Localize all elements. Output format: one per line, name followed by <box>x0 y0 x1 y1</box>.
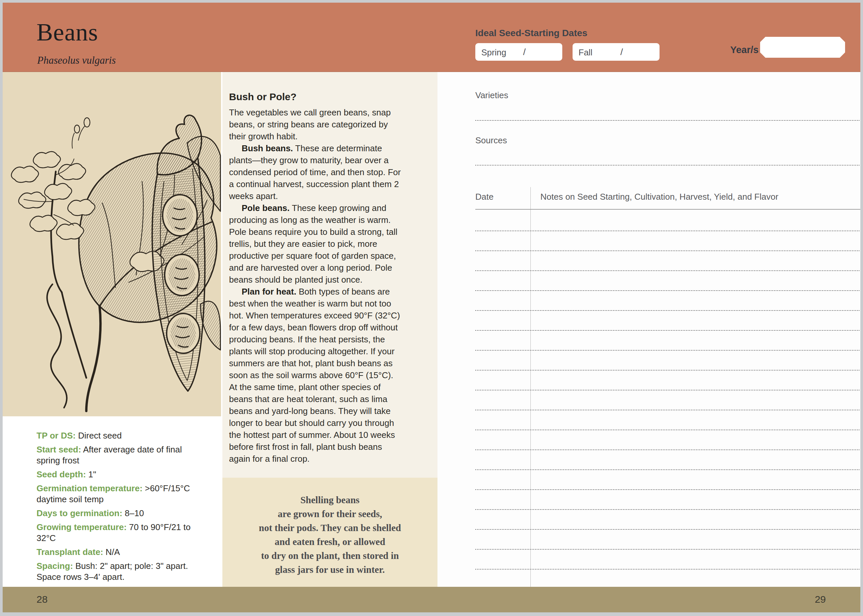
growing-fact-label: Days to germination: <box>36 508 123 518</box>
growing-fact-label: TP or DS: <box>36 431 76 440</box>
species-subtitle: Phaseolus vulgaris <box>37 54 116 66</box>
notes-row <box>475 251 860 271</box>
notes-row <box>475 390 860 410</box>
bean-plant-engraving-illustration <box>3 72 221 416</box>
quote-line: glass jars for use in winter. <box>222 563 438 577</box>
article-heading: Bush or Pole? <box>229 91 402 102</box>
article-body: The vegetables we call green beans, snap… <box>229 107 402 465</box>
paragraph-lead: Pole beans. <box>242 203 290 213</box>
fall-date-slash: / <box>620 47 623 57</box>
growing-fact-label: Germination temperature: <box>36 483 142 493</box>
notes-row <box>475 470 860 490</box>
sources-write-line <box>475 165 860 165</box>
quote-lines: Shelling beansare grown for their seeds,… <box>222 493 438 577</box>
article-paragraph: Plan for heat. Both types of beans are b… <box>229 286 402 465</box>
notes-row <box>475 271 860 291</box>
fall-label: Fall <box>578 47 592 58</box>
quote-line: to dry on the plant, then stored in <box>222 548 438 563</box>
growing-fact-label: Growing temperature: <box>36 522 127 532</box>
notes-row <box>475 231 860 251</box>
article: Bush or Pole? The vegetables we call gre… <box>229 91 402 465</box>
sources-label: Sources <box>475 135 507 146</box>
book-spread: Beans Phaseolus vulgaris Ideal Seed-Star… <box>3 3 860 612</box>
growing-fact: Growing temperature: 70 to 90°F/21 to 32… <box>36 522 203 544</box>
notes-row <box>475 530 860 550</box>
growing-fact: Germination temperature: >60°F/15°C dayt… <box>36 483 203 505</box>
table-header-rule <box>475 209 860 210</box>
notes-row <box>475 371 860 390</box>
growing-facts-list: TP or DS: Direct seedStart seed: After a… <box>36 430 203 583</box>
notes-row <box>475 291 860 311</box>
spring-date-field[interactable]: Spring / <box>475 43 562 61</box>
notes-row <box>475 211 860 231</box>
quote-line: not their pods. They can be shelled <box>222 521 438 535</box>
date-column-header: Date <box>475 192 494 202</box>
illustration-panel <box>3 72 221 416</box>
shelling-beans-note: Shelling beansare grown for their seeds,… <box>222 478 438 587</box>
spring-label: Spring <box>481 47 506 58</box>
page-title: Beans <box>36 20 98 44</box>
notes-row <box>475 410 860 430</box>
notes-row <box>475 311 860 331</box>
header-band: Beans Phaseolus vulgaris Ideal Seed-Star… <box>3 3 860 72</box>
year-label: Year/s <box>730 44 758 55</box>
growing-fact-label: Start seed: <box>36 445 81 454</box>
growing-fact: TP or DS: Direct seed <box>36 430 203 441</box>
page-number-right: 29 <box>815 594 826 605</box>
notes-row <box>475 350 860 371</box>
notes-row <box>475 550 860 570</box>
notes-row <box>475 510 860 530</box>
growing-fact: Spacing: Bush: 2" apart; pole: 3" apart.… <box>36 561 203 583</box>
journal-page: Varieties Sources Date Notes on Seed Sta… <box>438 72 860 587</box>
footer-band: 28 29 <box>3 587 860 612</box>
growing-fact: Transplant date: N/A <box>36 547 203 558</box>
quote-line: are grown for their seeds, <box>222 507 438 521</box>
quote-line: Shelling beans <box>222 493 438 507</box>
growing-facts-panel: TP or DS: Direct seedStart seed: After a… <box>3 416 221 587</box>
page-number-left: 28 <box>36 594 47 605</box>
article-column: Bush or Pole? The vegetables we call gre… <box>222 72 438 478</box>
article-paragraph: Pole beans. These keep growing and produ… <box>229 202 402 286</box>
seed-dates-heading: Ideal Seed-Starting Dates <box>475 28 587 38</box>
notes-rows <box>475 211 860 570</box>
notes-row <box>475 490 860 510</box>
paragraph-lead: Bush beans. <box>242 143 293 153</box>
notes-row <box>475 331 860 350</box>
growing-fact: Seed depth: 1" <box>36 469 203 480</box>
year-input[interactable] <box>760 37 845 58</box>
spring-date-slash: / <box>523 47 526 57</box>
notes-column-header: Notes on Seed Starting, Cultivation, Har… <box>540 192 778 202</box>
growing-fact: Start seed: After average date of final … <box>36 444 203 466</box>
article-paragraph: Bush beans. These are determinate plants… <box>229 142 402 202</box>
varieties-label: Varieties <box>475 90 508 101</box>
growing-fact-label: Transplant date: <box>36 547 103 557</box>
growing-fact: Days to germination: 8–10 <box>36 508 203 519</box>
growing-fact-label: Seed depth: <box>36 469 86 479</box>
varieties-write-line <box>475 120 860 121</box>
notes-row <box>475 450 860 470</box>
growing-fact-label: Spacing: <box>36 561 73 571</box>
quote-line: and eaten fresh, or allowed <box>222 535 438 548</box>
notes-row <box>475 430 860 450</box>
article-paragraph: The vegetables we call green beans, snap… <box>229 107 402 142</box>
fall-date-field[interactable]: Fall / <box>573 43 660 61</box>
paragraph-lead: Plan for heat. <box>242 287 296 297</box>
